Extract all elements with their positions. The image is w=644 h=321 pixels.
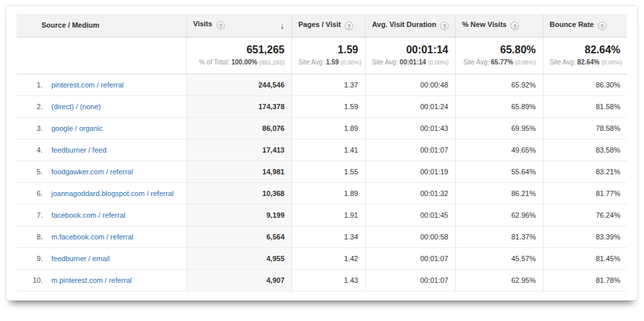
bounce-rate-cell: 81.58% [543, 95, 627, 117]
source-medium-link[interactable]: feedburner / email [51, 255, 110, 262]
visits-cell: 9,199 [186, 204, 291, 226]
avg-visit-duration-cell: 00:01:19 [365, 160, 455, 182]
source-medium-cell: 6.joannagoddard.blogspot.com / referral [16, 182, 186, 204]
avg-pages-subtext: Site Avg: 1.59 (0.00%) [299, 59, 359, 66]
source-medium-link[interactable]: m.pinterest.com / referral [51, 276, 132, 284]
visits-cell: 86,076 [186, 117, 291, 139]
total-visits-value: 651,265 [193, 44, 285, 56]
row-rank: 10. [16, 276, 43, 284]
avg-duration-value: 00:01:14 [372, 44, 449, 56]
source-medium-link[interactable]: pinterest.com / referral [51, 81, 124, 89]
avg-pages-value: 1.59 [299, 44, 359, 56]
column-header-bounce-rate[interactable]: Bounce Rate? [543, 14, 627, 37]
pct-new-visits-cell: 62.96% [455, 204, 543, 226]
visits-cell: 17,413 [186, 139, 291, 160]
source-medium-link[interactable]: feedburner / feed [51, 146, 107, 154]
avg-visit-duration-cell: 00:01:07 [365, 247, 455, 269]
table-row: 9.feedburner / email 4,955 1.42 00:01:07… [16, 247, 627, 269]
avg-visit-duration-cell: 00:01:32 [365, 182, 455, 204]
row-rank: 2. [16, 103, 43, 111]
avg-visit-duration-cell: 00:01:43 [365, 117, 455, 139]
row-rank: 3. [16, 124, 43, 132]
pct-new-visits-cell: 65.92% [455, 74, 543, 95]
column-header-pct-new-visits[interactable]: % New Visits? [455, 14, 543, 37]
source-medium-link[interactable]: google / organic [51, 124, 103, 132]
row-rank: 9. [16, 255, 43, 262]
row-rank: 1. [16, 81, 43, 89]
summary-pages-cell: 1.59 Site Avg: 1.59 (0.00%) [291, 37, 365, 74]
help-icon[interactable]: ? [598, 22, 607, 30]
bounce-rate-cell: 83.21% [543, 160, 627, 182]
source-medium-link[interactable]: facebook.com / referral [51, 211, 126, 219]
summary-duration-cell: 00:01:14 Site Avg: 00:01:14 (0.00%) [365, 37, 455, 74]
visits-cell: 14,981 [186, 160, 291, 182]
column-header-pages-visit[interactable]: Pages / Visit? [291, 14, 365, 37]
row-rank: 6. [16, 189, 43, 197]
pct-new-visits-cell: 86.21% [455, 182, 543, 204]
table-row: 4.feedburner / feed 17,413 1.41 00:01:07… [16, 139, 627, 160]
table-row: 1.pinterest.com / referral 244,546 1.37 … [16, 74, 627, 95]
source-medium-link[interactable]: m.facebook.com / referral [51, 233, 134, 241]
totals-summary-row: 651,265 % of Total: 100.00% (651,265) 1.… [16, 37, 627, 74]
source-medium-cell: 9.feedburner / email [16, 247, 186, 269]
source-medium-cell: 1.pinterest.com / referral [16, 74, 186, 95]
help-icon[interactable]: ? [345, 22, 353, 30]
column-header-source-medium[interactable]: Source / Medium [16, 14, 186, 37]
column-label: Avg. Visit Duration [372, 20, 437, 28]
row-rank: 5. [16, 168, 43, 176]
row-rank: 4. [16, 146, 43, 154]
avg-duration-subtext: Site Avg: 00:01:14 (0.00%) [372, 59, 449, 66]
visits-cell: 10,368 [186, 182, 291, 204]
bounce-rate-cell: 83.58% [543, 139, 627, 160]
source-medium-link[interactable]: (direct) / (none) [51, 103, 101, 111]
pages-per-visit-cell: 1.89 [291, 117, 365, 139]
avg-visit-duration-cell: 00:00:48 [365, 74, 455, 95]
help-icon[interactable]: ? [510, 22, 519, 30]
column-label: Bounce Rate [550, 20, 594, 28]
summary-new-visits-cell: 65.80% Site Avg: 65.77% (0.06%) [455, 37, 543, 74]
avg-bounce-subtext: Site Avg: 82.64% (0.00%) [550, 59, 621, 66]
help-icon[interactable]: ? [440, 22, 449, 30]
bounce-rate-cell: 81.78% [543, 269, 627, 291]
summary-empty-cell [16, 37, 186, 74]
visits-cell: 6,564 [186, 226, 291, 247]
avg-visit-duration-cell: 00:01:45 [365, 204, 455, 226]
summary-bounce-cell: 82.64% Site Avg: 82.64% (0.00%) [543, 37, 627, 74]
help-icon[interactable]: ? [216, 21, 225, 30]
avg-visit-duration-cell: 00:00:58 [365, 226, 455, 247]
table-row: 10.m.pinterest.com / referral 4,907 1.43… [16, 269, 627, 291]
visits-cell: 4,907 [186, 269, 291, 291]
source-medium-cell: 4.feedburner / feed [16, 139, 186, 160]
avg-new-visits-subtext: Site Avg: 65.77% (0.06%) [462, 59, 536, 66]
visits-cell: 4,955 [186, 247, 291, 269]
source-medium-link[interactable]: foodgawker.com / referral [51, 168, 133, 176]
source-medium-table: Source / Medium Visits?↓ Pages / Visit? … [16, 14, 627, 291]
sort-desc-icon: ↓ [280, 20, 285, 31]
pct-new-visits-cell: 62.95% [455, 269, 543, 291]
table-header-row: Source / Medium Visits?↓ Pages / Visit? … [16, 14, 627, 37]
pages-per-visit-cell: 1.42 [291, 247, 365, 269]
avg-visit-duration-cell: 00:01:07 [365, 139, 455, 160]
visits-cell: 174,378 [186, 95, 291, 117]
source-medium-cell: 2.(direct) / (none) [16, 95, 186, 117]
bounce-rate-cell: 81.77% [543, 182, 627, 204]
pct-new-visits-cell: 49.65% [455, 139, 543, 160]
table-row: 6.joannagoddard.blogspot.com / referral … [16, 182, 627, 204]
source-medium-link[interactable]: joannagoddard.blogspot.com / referral [51, 189, 174, 197]
table-row: 3.google / organic 86,076 1.89 00:01:43 … [16, 117, 627, 139]
pages-per-visit-cell: 1.37 [291, 74, 365, 95]
column-header-avg-visit-duration[interactable]: Avg. Visit Duration? [365, 14, 455, 37]
pages-per-visit-cell: 1.89 [291, 182, 365, 204]
source-medium-cell: 7.facebook.com / referral [16, 204, 186, 226]
visits-cell: 244,546 [186, 74, 291, 95]
column-label: Source / Medium [41, 21, 99, 29]
table-row: 7.facebook.com / referral 9,199 1.91 00:… [16, 204, 627, 226]
pages-per-visit-cell: 1.41 [291, 139, 365, 160]
avg-bounce-value: 82.64% [550, 44, 621, 56]
summary-visits-cell: 651,265 % of Total: 100.00% (651,265) [186, 37, 291, 74]
column-label: % New Visits [462, 20, 507, 28]
column-header-visits[interactable]: Visits?↓ [186, 14, 291, 37]
column-label: Visits [193, 20, 212, 28]
bounce-rate-cell: 76.24% [543, 204, 627, 226]
pct-new-visits-cell: 55.64% [455, 160, 543, 182]
